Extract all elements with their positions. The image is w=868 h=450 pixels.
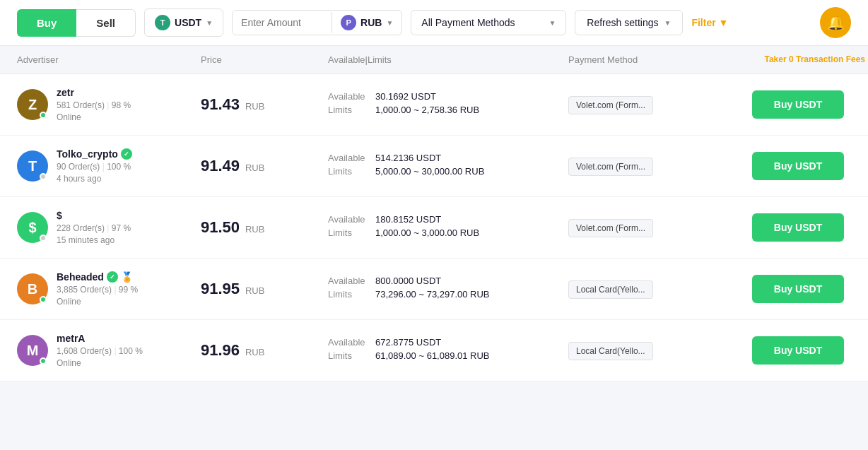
taker-fee-label: Taker 0 Transaction Fees	[752, 54, 865, 65]
price-cell: 91.49 RUB	[201, 157, 328, 175]
token-selector[interactable]: T USDT ▼	[144, 8, 223, 37]
refresh-label: Refresh settings	[587, 17, 658, 28]
refresh-settings-button[interactable]: Refresh settings ▼	[575, 10, 683, 35]
payment-methods-dropdown[interactable]: All Payment Methods ▼	[411, 10, 566, 35]
table-row: B Beheaded ✓ 🏅 3,885 Order(s) | 99 % Onl…	[0, 259, 868, 320]
filter-button[interactable]: Filter ▼	[691, 17, 728, 28]
advertiser-status: Online	[57, 112, 131, 122]
limits-label: Limits	[328, 166, 367, 177]
currency-selector[interactable]: P RUB ▼	[332, 15, 401, 30]
online-status-dot	[40, 173, 47, 180]
price-cell: 91.96 RUB	[201, 341, 328, 360]
available-label: Available	[328, 276, 367, 286]
price-cell: 91.95 RUB	[201, 280, 328, 298]
advertiser-status: Online	[57, 297, 138, 307]
available-limits-cell: Available 672.8775 USDT Limits 61,089.00…	[328, 337, 568, 364]
available-limits-cell: Available 800.0000 USDT Limits 73,296.00…	[328, 276, 568, 302]
advertiser-info: Tolko_crypto ✓ 90 Order(s) | 100 % 4 hou…	[57, 148, 132, 184]
rub-icon: P	[341, 15, 356, 30]
payment-method-cell: Volet.com (Form...	[568, 160, 752, 172]
payment-methods-label: All Payment Methods	[421, 17, 515, 28]
verified-icon: ✓	[121, 148, 132, 160]
currency-chevron-icon: ▼	[386, 19, 393, 27]
action-cell: Buy USDT	[752, 336, 865, 365]
action-cell: Buy USDT	[752, 90, 865, 119]
payment-badge: Local Card(Yello...	[568, 280, 653, 299]
available-value: 30.1692 USDT	[375, 91, 436, 102]
buy-usdt-button[interactable]: Buy USDT	[752, 213, 844, 242]
limits-label: Limits	[328, 350, 367, 361]
table-row: $ $ 228 Order(s) | 97 % 15 minutes ago 9…	[0, 197, 868, 259]
advertiser-info: $ 228 Order(s) | 97 % 15 minutes ago	[57, 210, 131, 245]
limits-label: Limits	[328, 289, 367, 300]
buy-usdt-button[interactable]: Buy USDT	[752, 152, 844, 180]
action-cell: Buy USDT	[752, 213, 865, 242]
available-label: Available	[328, 214, 367, 225]
avatar: $	[17, 212, 48, 243]
online-status-dot	[40, 235, 47, 242]
payment-method-cell: Local Card(Yello...	[568, 345, 752, 356]
available-label: Available	[328, 153, 367, 163]
avatar: M	[17, 335, 48, 366]
advertiser-stats: 3,885 Order(s) | 99 %	[57, 285, 138, 295]
advertiser-name[interactable]: zetr	[57, 87, 131, 98]
available-limits-cell: Available 514.2136 USDT Limits 5,000.00 …	[328, 153, 568, 179]
advertiser-stats: 581 Order(s) | 98 %	[57, 100, 131, 110]
advertiser-name[interactable]: $	[57, 210, 131, 221]
advertiser-cell: B Beheaded ✓ 🏅 3,885 Order(s) | 99 % Onl…	[17, 271, 201, 307]
avatar: Z	[17, 89, 48, 120]
notification-button[interactable]: 🔔	[820, 7, 851, 38]
advertiser-name[interactable]: Tolko_crypto ✓	[57, 148, 132, 160]
token-chevron-icon: ▼	[206, 19, 213, 27]
available-label: Available	[328, 337, 367, 348]
sell-button[interactable]: Sell	[76, 9, 136, 37]
table-row: Z zetr 581 Order(s) | 98 % Online 91.43 …	[0, 74, 868, 136]
avatar: B	[17, 273, 48, 304]
advertiser-name[interactable]: metrA	[57, 333, 143, 344]
refresh-chevron-icon: ▼	[664, 19, 671, 27]
buy-button[interactable]: Buy	[17, 9, 76, 37]
available-value: 800.0000 USDT	[375, 276, 441, 286]
payment-badge: Local Card(Yello...	[568, 342, 653, 360]
table-row: M metrA 1,608 Order(s) | 100 % Online 91…	[0, 320, 868, 381]
top-bar: Buy Sell T USDT ▼ P RUB ▼ All Payment Me…	[0, 0, 868, 46]
advertiser-name[interactable]: Beheaded ✓ 🏅	[57, 271, 138, 283]
advertiser-stats: 90 Order(s) | 100 %	[57, 162, 132, 172]
buy-usdt-button[interactable]: Buy USDT	[752, 336, 844, 365]
buy-usdt-button[interactable]: Buy USDT	[752, 90, 844, 119]
advertiser-stats: 1,608 Order(s) | 100 %	[57, 346, 143, 356]
payment-methods-chevron-icon: ▼	[549, 19, 556, 27]
advertiser-status: 4 hours ago	[57, 174, 132, 184]
usdt-icon: T	[155, 15, 170, 30]
available-value: 672.8775 USDT	[375, 337, 441, 348]
buy-usdt-button[interactable]: Buy USDT	[752, 275, 844, 303]
advertiser-status: Online	[57, 358, 143, 368]
advertiser-info: zetr 581 Order(s) | 98 % Online	[57, 87, 131, 122]
table-header: Advertiser Price Available|Limits Paymen…	[0, 46, 868, 74]
price-value: 91.49	[201, 157, 240, 174]
price-currency: RUB	[245, 101, 264, 112]
payment-badge: Volet.com (Form...	[568, 219, 653, 237]
limits-value: 5,000.00 ~ 30,000.00 RUB	[375, 166, 484, 177]
payment-method-cell: Volet.com (Form...	[568, 99, 752, 110]
advertiser-stats: 228 Order(s) | 97 %	[57, 223, 131, 233]
payment-badge: Volet.com (Form...	[568, 96, 653, 114]
col-payment-method: Payment Method	[568, 54, 752, 65]
buy-sell-toggle: Buy Sell	[17, 9, 136, 37]
limits-label: Limits	[328, 227, 367, 238]
advertiser-info: Beheaded ✓ 🏅 3,885 Order(s) | 99 % Onlin…	[57, 271, 138, 307]
col-advertiser: Advertiser	[17, 54, 201, 65]
advertiser-cell: T Tolko_crypto ✓ 90 Order(s) | 100 % 4 h…	[17, 148, 201, 184]
bell-icon: 🔔	[827, 14, 845, 31]
price-currency: RUB	[245, 285, 264, 296]
price-cell: 91.43 RUB	[201, 95, 328, 114]
price-currency: RUB	[245, 347, 264, 357]
action-cell: Buy USDT	[752, 152, 865, 180]
price-value: 91.95	[201, 280, 240, 297]
limits-value: 1,000.00 ~ 2,758.36 RUB	[375, 105, 479, 115]
limits-value: 1,000.00 ~ 3,000.00 RUB	[375, 227, 479, 238]
col-available-limits: Available|Limits	[328, 54, 568, 65]
col-price: Price	[201, 54, 328, 65]
advertiser-cell: $ $ 228 Order(s) | 97 % 15 minutes ago	[17, 210, 201, 245]
amount-input[interactable]	[233, 11, 332, 35]
